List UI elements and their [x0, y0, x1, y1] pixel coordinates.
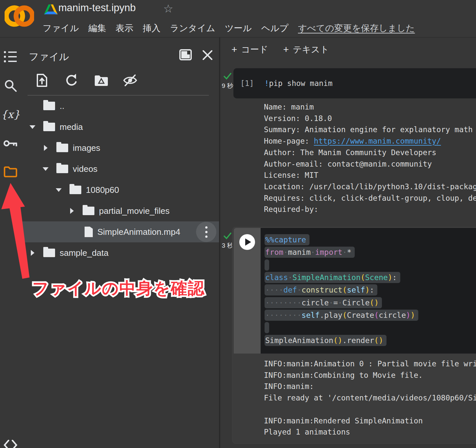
output-line: Home-page: https://www.manim.community/	[220, 135, 476, 147]
star-icon[interactable]: ☆	[163, 2, 173, 15]
tree-row-..[interactable]: ..	[21, 95, 219, 116]
cell1-output: Name: manimVersion: 0.18.0Summary: Anima…	[220, 101, 476, 215]
output-line: Played 1 animations	[232, 426, 476, 438]
cell1-success-check-icon	[223, 72, 232, 80]
folder-icon	[56, 165, 68, 173]
tree-label: partial_movie_files	[99, 206, 169, 216]
menu-bar: ファイル編集表示挿入ランタイムツールヘルプすべての変更を保存しました	[43, 22, 415, 34]
menu-表示[interactable]: 表示	[116, 22, 133, 34]
folder-icon	[43, 123, 55, 131]
code-line[interactable]: class·SimpleAnimation(Scene):	[261, 271, 476, 284]
folder-icon	[69, 186, 81, 194]
tree-label: ..	[60, 101, 64, 111]
output-line: Location: /usr/local/lib/python3.10/dist…	[220, 181, 476, 193]
tree-label: images	[73, 143, 100, 153]
output-line: Author-email: contact@manim.community	[220, 158, 476, 170]
menu-ツール[interactable]: ツール	[225, 22, 252, 34]
drive-icon	[43, 3, 58, 16]
tree-label: videos	[73, 164, 97, 174]
cell1-exec-count: [1]	[240, 79, 254, 88]
annotation-label: ファイルの中身を確認	[32, 277, 205, 299]
caret-right-icon[interactable]	[70, 208, 74, 214]
plus-icon: +	[283, 44, 289, 55]
output-line: INFO:manim:	[232, 381, 476, 392]
cell2-success-check-icon	[223, 232, 232, 239]
upload-file-icon[interactable]	[35, 73, 49, 89]
colab-logo-icon[interactable]	[5, 1, 34, 30]
output-line: License: MIT	[220, 170, 476, 181]
code-line[interactable]: from·manim·import·*	[261, 246, 476, 258]
menu-ランタイム[interactable]: ランタイム	[170, 22, 215, 34]
app-header: manim-test.ipynb ☆ ファイル編集表示挿入ランタイムツールヘルプ…	[0, 0, 476, 37]
hidden-files-eye-off-icon[interactable]	[123, 73, 138, 89]
notebook-title[interactable]: manim-test.ipynb	[58, 2, 136, 14]
output-line: Name: manim	[220, 101, 476, 113]
add-code-label: コード	[241, 44, 268, 55]
output-line: Required-by:	[220, 204, 476, 215]
menu-ファイル[interactable]: ファイル	[43, 22, 79, 34]
close-panel-icon[interactable]	[201, 49, 214, 63]
cell1-editor[interactable]: [1] !pip show manim	[233, 68, 476, 98]
save-status[interactable]: すべての変更を保存しました	[298, 22, 415, 34]
run-cell-button[interactable]	[239, 234, 255, 250]
add-code-button[interactable]: + コード	[231, 44, 268, 55]
add-text-button[interactable]: + テキスト	[283, 44, 329, 55]
code-line[interactable]: ​	[261, 259, 476, 271]
output-line: Author: The Manim Community Developers	[220, 147, 476, 158]
table-of-contents-icon[interactable]	[3, 49, 18, 64]
folder-icon	[43, 102, 55, 110]
output-line: INFO:manim:Animation 0 : Partial movie f…	[232, 358, 476, 370]
file-icon	[85, 227, 93, 237]
output-link[interactable]: https://www.manim.community/	[314, 137, 441, 145]
tree-label: sample_data	[60, 248, 109, 258]
file-context-menu-icon[interactable]	[196, 222, 216, 242]
annotation-arrow	[0, 144, 56, 282]
caret-down-icon[interactable]	[56, 188, 62, 192]
notebook-area: + コード + テキスト 9 秒 [1] !pip show manim Nam…	[220, 37, 476, 448]
folder-icon	[83, 207, 94, 215]
cell1-code-line[interactable]: !pip show manim	[265, 79, 333, 88]
play-icon	[245, 238, 251, 246]
cell1-exec-info: 9 秒	[221, 72, 234, 90]
code-line[interactable]: ········circle·=·Circle()	[261, 296, 476, 309]
cell1-exec-time: 9 秒	[221, 82, 234, 90]
plus-icon: +	[231, 44, 237, 55]
mount-drive-icon[interactable]	[94, 74, 109, 88]
menu-挿入[interactable]: 挿入	[143, 22, 161, 34]
code-snippets-icon[interactable]	[3, 438, 18, 448]
notebook-toolbar: + コード + テキスト	[220, 37, 476, 62]
cell2-container: %%capturefrom·manim·import·*​class·Simpl…	[232, 227, 476, 443]
colab-window: manim-test.ipynb ☆ ファイル編集表示挿入ランタイムツールヘルプ…	[0, 0, 476, 448]
variables-icon[interactable]: {x}	[3, 107, 18, 122]
refresh-icon[interactable]	[64, 73, 79, 89]
tree-label: media	[60, 122, 83, 132]
menu-ヘルプ[interactable]: ヘルプ	[261, 22, 288, 34]
tree-label: 1080p60	[86, 185, 119, 195]
search-icon[interactable]	[3, 78, 18, 93]
folder-icon	[56, 144, 68, 152]
caret-down-icon[interactable]	[30, 125, 35, 129]
output-line: INFO:manim:Rendered SimpleAnimation	[232, 415, 476, 427]
output-line: Summary: Animation engine for explanator…	[220, 124, 476, 135]
code-line[interactable]: ​	[261, 321, 476, 334]
tree-row-media[interactable]: media	[21, 116, 219, 137]
open-panel-layout-icon[interactable]	[179, 49, 192, 62]
output-line	[232, 404, 476, 415]
cell2-editor[interactable]: %%capturefrom·manim·import·*​class·Simpl…	[261, 228, 476, 354]
add-text-label: テキスト	[293, 44, 329, 55]
code-line[interactable]: ········self.play(Create(circle))	[261, 309, 476, 321]
code-line[interactable]: ····def·construct(self):	[261, 284, 476, 296]
cell2-gutter	[234, 228, 261, 354]
output-line: File ready at '/content/media/videos/108…	[232, 392, 476, 404]
output-line: Requires: click, click-default-group, cl…	[220, 193, 476, 204]
files-panel-title: ファイル	[29, 50, 69, 64]
output-line: INFO:manim:Combining to Movie file.	[232, 370, 476, 381]
code-line[interactable]: SimpleAnimation().render()	[261, 334, 476, 346]
cell2-output: INFO:manim:Animation 0 : Partial movie f…	[232, 354, 476, 438]
tree-label: SimpleAnimation.mp4	[97, 227, 180, 237]
menu-編集[interactable]: 編集	[89, 22, 106, 34]
output-line: Version: 0.18.0	[220, 113, 476, 124]
code-line[interactable]: %%capture	[261, 234, 476, 246]
